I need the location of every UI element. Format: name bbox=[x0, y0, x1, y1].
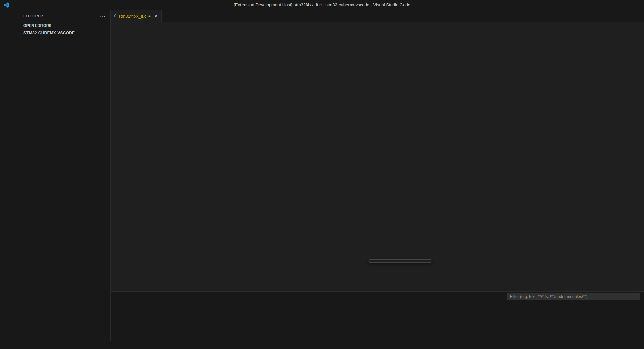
explorer-sidebar: EXPLORER ··· OPEN EDITORS STM32-CUBEMX-V… bbox=[16, 10, 111, 341]
bottom-panel: Filter (e.g. text, **/*.ts, !**/node_mod… bbox=[111, 291, 644, 341]
code-editor[interactable] bbox=[111, 29, 644, 291]
activity-bar bbox=[0, 10, 16, 341]
tab-problem-badge: 4 bbox=[148, 14, 150, 18]
c-file-icon: C bbox=[114, 14, 116, 18]
problems-filter-input[interactable]: Filter (e.g. text, **/*.ts, !**/node_mod… bbox=[507, 293, 640, 300]
editor-tab-bar: C stm32f4xx_it.c 4 ✕ bbox=[111, 10, 644, 22]
tab-stm32f4xx_it.c[interactable]: C stm32f4xx_it.c 4 ✕ bbox=[111, 10, 162, 22]
sidebar-header: EXPLORER bbox=[23, 14, 43, 18]
window-title: [Extension Development Host] stm32f4xx_i… bbox=[234, 2, 410, 7]
close-tab-icon[interactable]: ✕ bbox=[154, 14, 158, 18]
breadcrumb bbox=[111, 22, 644, 29]
overview-ruler bbox=[640, 29, 644, 291]
sidebar-more-actions-icon[interactable]: ··· bbox=[100, 13, 106, 19]
title-bar: [Extension Development Host] stm32f4xx_i… bbox=[0, 0, 644, 10]
context-menu bbox=[368, 259, 432, 263]
workspace-root[interactable]: STM32-CUBEMX-VSCODE bbox=[16, 29, 110, 37]
vscode-logo-icon bbox=[3, 2, 9, 8]
open-editors-header[interactable]: OPEN EDITORS bbox=[16, 22, 110, 29]
status-bar bbox=[0, 341, 644, 349]
